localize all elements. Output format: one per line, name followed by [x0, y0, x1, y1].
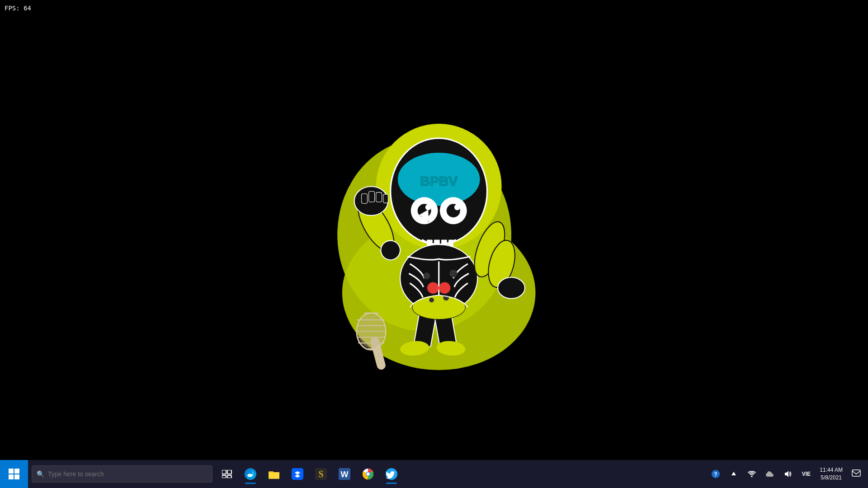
- edge-button[interactable]: [240, 463, 261, 485]
- taskview-button[interactable]: [216, 463, 238, 485]
- notification-button[interactable]: [848, 460, 864, 488]
- clock-display[interactable]: 11:44 AM 5/8/2021: [816, 460, 846, 488]
- start-button[interactable]: [0, 460, 28, 488]
- desktop: FPS: 64 BPBV: [0, 0, 868, 488]
- volume-tray-icon[interactable]: [780, 466, 796, 482]
- search-bar[interactable]: 🔍: [32, 465, 212, 483]
- clock-date: 5/8/2021: [821, 474, 842, 482]
- svg-point-21: [439, 282, 451, 294]
- svg-rect-75: [852, 470, 860, 476]
- file-explorer-button[interactable]: [263, 463, 285, 485]
- svg-rect-54: [222, 475, 226, 478]
- taskbar: 🔍: [0, 460, 868, 488]
- cloud-tray-icon[interactable]: [762, 466, 778, 482]
- svg-rect-53: [227, 470, 231, 474]
- dropbox-icon: [292, 468, 303, 480]
- help-tray-icon[interactable]: ?: [708, 466, 724, 482]
- svg-point-43: [358, 314, 384, 348]
- search-icon: 🔍: [37, 470, 44, 478]
- edge-icon: [245, 468, 256, 480]
- svg-point-48: [423, 272, 430, 279]
- expand-tray-icon: [731, 471, 737, 477]
- clock-time: 11:44 AM: [820, 466, 843, 474]
- chrome-button[interactable]: [357, 463, 379, 485]
- svg-text:W: W: [341, 470, 349, 479]
- scrivener-button[interactable]: S: [310, 463, 332, 485]
- dropbox-button[interactable]: [287, 463, 308, 485]
- svg-rect-28: [383, 194, 388, 203]
- svg-rect-25: [362, 194, 368, 203]
- svg-marker-72: [731, 472, 736, 475]
- file-explorer-icon: [268, 469, 280, 479]
- svg-text:BPBV: BPBV: [420, 174, 458, 188]
- svg-point-73: [751, 476, 753, 477]
- scrivener-icon: S: [315, 468, 327, 480]
- svg-point-10: [425, 204, 431, 210]
- svg-rect-52: [222, 470, 226, 474]
- windows-logo-icon: [9, 469, 19, 479]
- svg-point-46: [412, 295, 466, 319]
- svg-point-12: [432, 225, 446, 235]
- svg-point-47: [449, 270, 457, 277]
- svg-point-68: [367, 473, 370, 476]
- svg-rect-60: [269, 472, 279, 478]
- chrome-icon: [362, 468, 374, 480]
- word-button[interactable]: W: [334, 463, 355, 485]
- word-icon: W: [339, 468, 350, 480]
- language-indicator[interactable]: VIE: [798, 466, 814, 482]
- svg-point-11: [454, 204, 460, 210]
- system-tray: ?: [704, 460, 868, 488]
- svg-rect-55: [227, 475, 231, 478]
- svg-marker-74: [785, 471, 788, 477]
- bird-app-icon: [385, 468, 398, 480]
- svg-rect-27: [376, 192, 382, 202]
- fps-counter: FPS: 64: [5, 5, 31, 12]
- notification-icon: [852, 469, 861, 479]
- volume-icon: [784, 470, 792, 478]
- expand-tray-button[interactable]: [726, 466, 742, 482]
- svg-point-20: [427, 282, 439, 294]
- svg-point-50: [429, 298, 434, 303]
- character-illustration: BPBV: [298, 90, 570, 370]
- svg-point-57: [247, 474, 253, 477]
- search-input[interactable]: [48, 470, 208, 478]
- cloud-icon: [765, 470, 774, 478]
- svg-text:S: S: [318, 469, 323, 479]
- svg-rect-26: [369, 191, 375, 202]
- bird-app-button[interactable]: [381, 463, 402, 485]
- taskview-icon: [222, 470, 232, 478]
- wifi-tray-icon[interactable]: [744, 466, 760, 482]
- wifi-icon: [748, 470, 756, 478]
- svg-text:?: ?: [714, 471, 717, 478]
- taskbar-icons: S W: [216, 463, 704, 485]
- svg-point-45: [498, 277, 525, 299]
